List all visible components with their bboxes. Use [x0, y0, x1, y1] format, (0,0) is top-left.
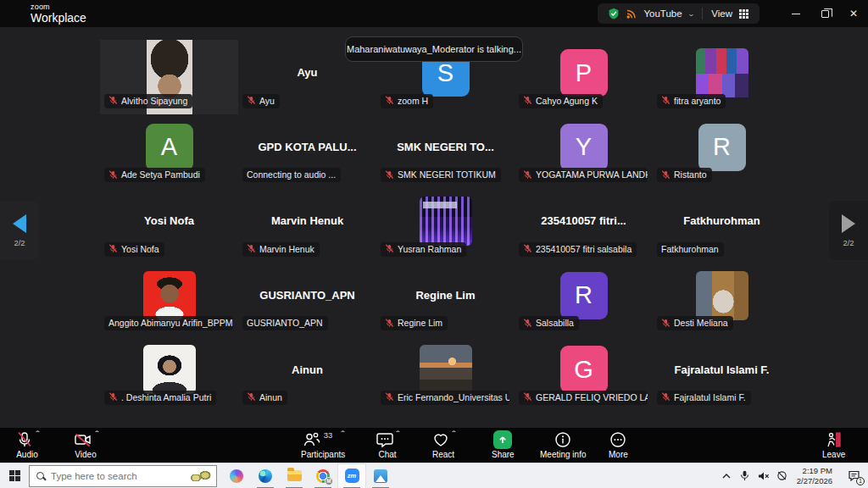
participant-tile[interactable]: Alvitho Sipayung — [100, 40, 238, 114]
audio-button[interactable]: ˆ Audio — [15, 430, 39, 459]
mic-muted-icon — [15, 430, 34, 449]
restore-button[interactable] — [810, 0, 839, 27]
participant-letter-avatar: R — [698, 124, 746, 171]
chat-options-chevron[interactable]: ˆ — [396, 430, 400, 438]
participant-tile[interactable]: Eric Fernando_Universitas Uni... — [376, 336, 515, 411]
participant-letter-avatar: Y — [560, 124, 608, 171]
participant-grid: Alvitho SipayungAyuAyuSzoom HPCahyo Agun… — [100, 40, 791, 411]
mic-muted-icon — [385, 96, 394, 105]
close-button[interactable]: ✕ — [839, 0, 868, 27]
tray-date: 2/27/2026 — [797, 476, 832, 486]
start-button[interactable] — [0, 463, 29, 488]
taskbar-chrome-icon[interactable]: M — [309, 463, 337, 488]
tray-hidden-icons-chevron[interactable] — [717, 463, 736, 488]
search-input[interactable] — [51, 471, 181, 481]
participant-name-label: Cahyo Agung K — [519, 94, 603, 108]
participant-tile[interactable]: GGERALD FELIQ VRIEDO LAPIAN — [515, 336, 653, 411]
tray-speaker-muted-icon[interactable] — [754, 463, 773, 488]
share-button[interactable]: Share — [492, 430, 515, 459]
participant-letter-avatar: P — [560, 49, 608, 97]
mic-muted-icon — [523, 244, 532, 253]
participant-tile[interactable]: PCahyo Agung K — [515, 40, 653, 114]
taskbar-clock[interactable]: 2:19 PM 2/27/2026 — [797, 466, 832, 486]
participant-tile[interactable]: GPD KOTA PALU...Connecting to audio ... — [238, 114, 376, 189]
taskbar-app-icons: M zm — [222, 463, 395, 488]
react-button[interactable]: ˆ React — [431, 430, 455, 459]
video-off-icon — [73, 430, 93, 449]
react-options-chevron[interactable]: ˆ — [452, 430, 456, 438]
more-button[interactable]: More — [609, 430, 628, 459]
participants-icon — [302, 430, 321, 449]
participants-options-chevron[interactable]: ˆ — [342, 430, 346, 438]
taskbar-search[interactable] — [29, 465, 217, 487]
chat-button[interactable]: ˆ Chat — [376, 430, 399, 459]
participant-tile[interactable]: Yusran Rahman — [376, 188, 515, 263]
participant-tile[interactable]: Yosi NofaYosi Nofa — [100, 188, 238, 263]
tray-mic-icon[interactable] — [736, 463, 754, 488]
share-screen-icon — [493, 430, 512, 449]
system-tray: 2:19 PM 2/27/2026 1 — [717, 463, 868, 488]
view-grid-icon[interactable] — [738, 8, 749, 19]
video-button[interactable]: ˆ Video — [73, 430, 98, 459]
leave-button[interactable]: Leave — [822, 430, 845, 459]
participant-photo-avatar — [696, 271, 748, 320]
participant-name-label: Connecting to audio ... — [242, 168, 341, 182]
security-shield-icon[interactable] — [608, 8, 620, 19]
title-bar: zoom Workplace YouTube ⌄ View — [0, 0, 868, 27]
tray-privacy-off-icon[interactable] — [773, 463, 792, 488]
participant-name-label: zoom H — [381, 94, 433, 108]
participant-tile[interactable]: Marvin HenukMarvin Henuk — [238, 188, 376, 263]
speaker-toast: Maharaniwatuwaya_Moderator is talking... — [345, 36, 523, 62]
participant-tile[interactable]: YYOGATAMA PURWA LANDHIKA — [515, 114, 653, 189]
participant-tile[interactable]: Desti Meliana — [653, 263, 791, 337]
participant-name-label: Eric Fernando_Universitas Uni... — [381, 391, 509, 405]
taskbar-zoom-icon[interactable]: zm — [337, 463, 366, 488]
search-icon — [36, 472, 44, 480]
participant-tile[interactable]: SMK NEGERI TO...SMK NEGERI TOTIKUM — [376, 114, 515, 189]
participant-tile[interactable]: FatkhurohmanFatkhurohman — [653, 188, 791, 263]
stream-chevron-down-icon[interactable]: ⌄ — [687, 10, 694, 18]
participant-photo-avatar — [143, 271, 196, 320]
minimize-button[interactable] — [782, 0, 810, 27]
brand-zoom: zoom — [31, 3, 86, 11]
taskbar-edge-icon[interactable] — [251, 463, 280, 488]
gallery-next-page-button[interactable]: 2/2 — [829, 201, 868, 260]
participant-tile[interactable]: 235410057 fitri...235410057 fitri salsab… — [515, 188, 653, 263]
action-center-button[interactable]: 1 — [839, 463, 868, 488]
video-options-chevron[interactable]: ˆ — [95, 430, 99, 438]
participant-name-label: GUSRIANTO_APN — [242, 316, 328, 330]
participant-tile[interactable]: GUSRIANTO_APNGUSRIANTO_APN — [238, 263, 376, 337]
participant-photo-avatar — [143, 345, 196, 394]
participant-tile[interactable]: RRistanto — [653, 114, 791, 189]
more-ellipsis-icon — [609, 430, 627, 449]
chevron-left-icon — [13, 214, 26, 233]
view-button[interactable]: View — [711, 8, 732, 19]
participants-button[interactable]: 33 ˆ Participants — [301, 430, 345, 459]
brand-workplace: Workplace — [31, 12, 86, 24]
meeting-info-button[interactable]: Meeting info — [540, 430, 586, 459]
participant-tile[interactable]: Anggito Abimanyu Arifin_BPPMH... — [100, 263, 238, 337]
taskbar-file-explorer-icon[interactable] — [280, 463, 309, 488]
stream-target-label[interactable]: YouTube — [643, 8, 682, 19]
mic-muted-icon — [661, 96, 670, 105]
taskbar-copilot-icon[interactable] — [222, 463, 251, 488]
participant-tile[interactable]: RSalsabilla — [515, 263, 653, 337]
participants-count: 33 — [324, 431, 333, 440]
participant-name-label: Ayu — [242, 94, 280, 108]
mic-muted-icon — [247, 392, 256, 402]
participant-tile[interactable]: fitra aryanto — [653, 40, 791, 114]
participant-tile[interactable]: Regine LimRegine Lim — [376, 263, 515, 337]
mic-muted-icon — [661, 392, 670, 402]
participant-name-label: YOGATAMA PURWA LANDHIKA — [519, 168, 648, 182]
participant-tile[interactable]: . Deshinta Amalia Putri — [100, 336, 238, 411]
participant-name-label: SMK NEGERI TOTIKUM — [381, 168, 501, 182]
mic-muted-icon — [385, 170, 394, 180]
participant-tile[interactable]: Fajralatul Islami F.Fajralatul Islami F. — [653, 336, 791, 411]
audio-options-chevron[interactable]: ˆ — [36, 430, 40, 438]
restore-icon — [821, 10, 829, 18]
gallery-prev-page-button[interactable]: 2/2 — [0, 201, 39, 260]
taskbar-photos-icon[interactable] — [366, 463, 395, 488]
search-highlight-image[interactable] — [188, 468, 214, 485]
participant-tile[interactable]: AAde Setya Pambudi — [100, 114, 238, 189]
participant-tile[interactable]: AinunAinun — [238, 336, 376, 411]
